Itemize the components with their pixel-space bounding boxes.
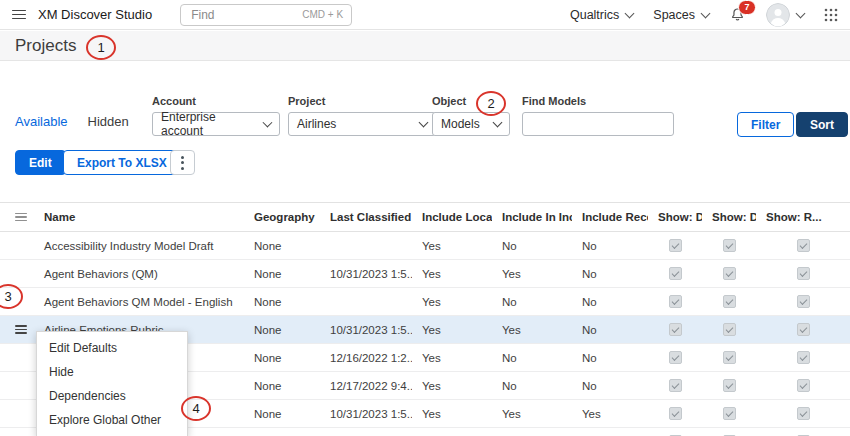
account-select[interactable]: Enterprise account — [152, 112, 280, 136]
checkbox[interactable] — [797, 351, 810, 364]
column-header[interactable]: Show: D... — [702, 211, 756, 223]
cell-geography: None — [244, 324, 320, 336]
edit-button[interactable]: Edit — [15, 150, 66, 175]
notifications-button[interactable]: 7 — [729, 6, 746, 24]
sort-button[interactable]: Sort — [796, 112, 848, 137]
column-header[interactable]: Include Recor... — [572, 211, 648, 223]
more-actions-button[interactable] — [170, 150, 195, 175]
cell-show-checkbox — [702, 379, 756, 392]
context-menu-item[interactable]: Dependencies — [37, 384, 187, 408]
cell-geography: None — [244, 296, 320, 308]
annotation-1: 1 — [86, 35, 116, 60]
checkbox[interactable] — [669, 351, 682, 364]
hamburger-menu-icon[interactable] — [12, 10, 26, 20]
topbar: XM Discover Studio CMD + K Qualtrics Spa… — [0, 0, 850, 30]
column-header[interactable]: Show: R... — [756, 211, 850, 223]
checkbox[interactable] — [669, 379, 682, 392]
cell-include-in: No — [492, 380, 572, 392]
context-menu-item[interactable]: Explore Global Other — [37, 408, 187, 432]
checkbox[interactable] — [797, 407, 810, 420]
cell-show-checkbox — [756, 295, 850, 308]
checkbox[interactable] — [723, 295, 736, 308]
cell-show-checkbox — [756, 407, 850, 420]
chevron-down-icon — [493, 118, 503, 128]
cell-include-local: Yes — [412, 268, 492, 280]
project-filter-group: Project Airlines — [288, 95, 436, 136]
topbar-right-group: Qualtrics Spaces 7 — [570, 3, 838, 27]
cell-include-recor: No — [572, 324, 648, 336]
cell-include-in: Yes — [492, 408, 572, 420]
checkbox[interactable] — [723, 239, 736, 252]
cell-show-checkbox — [648, 323, 702, 336]
checkbox[interactable] — [797, 295, 810, 308]
column-header[interactable]: Show: D... — [648, 211, 702, 223]
qualtrics-menu[interactable]: Qualtrics — [570, 8, 633, 22]
cell-include-local: Yes — [412, 324, 492, 336]
checkbox[interactable] — [723, 407, 736, 420]
context-menu-item[interactable]: Hide — [37, 360, 187, 384]
project-label: Project — [288, 95, 436, 107]
project-select[interactable]: Airlines — [288, 112, 436, 136]
table-row[interactable]: Accessibility Industry Model DraftNoneYe… — [0, 232, 850, 260]
drag-icon — [15, 213, 27, 222]
search-input[interactable] — [189, 7, 296, 23]
column-header[interactable]: Include Local ... — [412, 211, 492, 223]
spaces-menu-label: Spaces — [653, 8, 695, 22]
qualtrics-menu-label: Qualtrics — [570, 8, 619, 22]
cell-include-recor: No — [572, 380, 648, 392]
app-title: XM Discover Studio — [38, 7, 152, 22]
avatar — [766, 3, 790, 27]
spaces-menu[interactable]: Spaces — [653, 8, 709, 22]
app-grid-icon[interactable] — [824, 8, 838, 22]
cell-show-checkbox — [702, 351, 756, 364]
checkbox[interactable] — [669, 267, 682, 280]
table-row[interactable]: Agent Behaviors (QM)None10/31/2023 1:5..… — [0, 260, 850, 288]
cell-show-checkbox — [648, 239, 702, 252]
tab-available[interactable]: Available — [15, 114, 68, 129]
cell-last-classified: 10/31/2023 1:5... — [320, 324, 412, 336]
cell-include-in: Yes — [492, 324, 572, 336]
account-menu[interactable] — [766, 3, 804, 27]
table-row[interactable]: Agent Behaviors QM Model - EnglishNoneYe… — [0, 288, 850, 316]
checkbox[interactable] — [669, 323, 682, 336]
cell-geography: None — [244, 352, 320, 364]
checkbox[interactable] — [797, 323, 810, 336]
checkbox[interactable] — [797, 239, 810, 252]
table-header-row: NameGeographyLast ClassifiedInclude Loca… — [0, 202, 850, 232]
checkbox[interactable] — [797, 267, 810, 280]
checkbox[interactable] — [723, 267, 736, 280]
cell-last-classified: 12/16/2022 1:2... — [320, 352, 412, 364]
checkbox[interactable] — [669, 295, 682, 308]
cell-show-checkbox — [702, 295, 756, 308]
checkbox[interactable] — [723, 379, 736, 392]
person-icon — [766, 3, 790, 27]
chevron-down-icon — [263, 118, 273, 128]
filter-button[interactable]: Filter — [737, 112, 794, 137]
column-header[interactable]: Name — [34, 211, 244, 223]
find-models-label: Find Models — [522, 95, 674, 107]
object-select[interactable]: Models — [432, 112, 510, 136]
cell-show-checkbox — [702, 267, 756, 280]
export-xlsx-button[interactable]: Export To XLSX — [63, 150, 181, 175]
cell-geography: None — [244, 380, 320, 392]
controls-area: Available Hidden Account Enterprise acco… — [0, 62, 850, 202]
context-menu: Edit DefaultsHideDependenciesExplore Glo… — [36, 331, 188, 436]
global-search[interactable]: CMD + K — [180, 4, 352, 26]
cell-show-checkbox — [756, 239, 850, 252]
column-header[interactable]: Last Classified — [320, 211, 412, 223]
context-menu-item[interactable]: Edit Defaults — [37, 336, 187, 360]
row-drag-handle-cell[interactable] — [0, 325, 34, 334]
checkbox[interactable] — [797, 379, 810, 392]
tab-hidden[interactable]: Hidden — [88, 114, 129, 129]
page-header-band: Projects — [0, 31, 850, 61]
checkbox[interactable] — [669, 407, 682, 420]
column-header[interactable]: Include In Inc... — [492, 211, 572, 223]
cell-include-local: Yes — [412, 408, 492, 420]
cell-last-classified: 12/17/2022 9:4... — [320, 380, 412, 392]
column-header[interactable]: Geography — [244, 211, 320, 223]
checkbox[interactable] — [723, 351, 736, 364]
checkbox[interactable] — [669, 239, 682, 252]
checkbox[interactable] — [723, 323, 736, 336]
find-models-input[interactable] — [522, 112, 674, 136]
search-shortcut-hint: CMD + K — [302, 9, 343, 20]
